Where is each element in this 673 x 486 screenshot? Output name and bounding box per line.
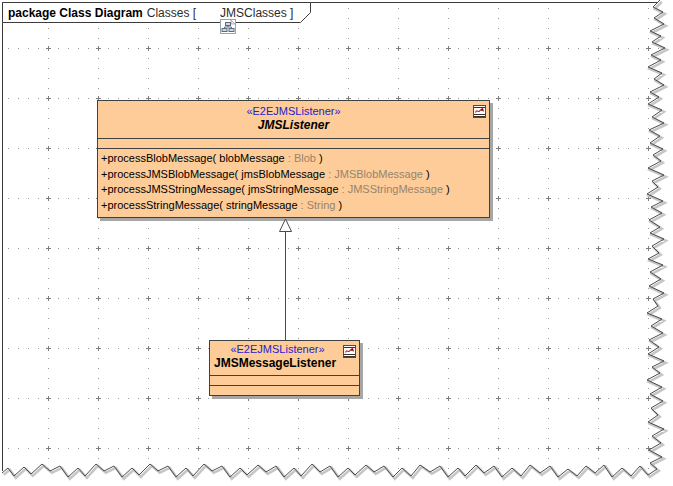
attributes-compartment [210, 375, 359, 385]
class-jmsmessagelistener[interactable]: «E2EJMSListener» JMSMessageListener [209, 340, 360, 396]
class-jmslistener[interactable]: «E2EJMSListener» JMSListener +processBlo… [97, 100, 490, 218]
e2e-stereotype-icon [343, 344, 356, 357]
hollow-triangle-arrowhead [280, 219, 292, 232]
attributes-compartment [98, 138, 489, 148]
stereotype-label: «E2EJMSListener» [98, 101, 489, 118]
operation: +processBlobMessage( blobMessage : Blob … [101, 151, 489, 167]
torn-edge [0, 0, 673, 486]
grid-dots [3, 3, 665, 480]
diagram-canvas: package Class Diagram Classes [ JMSClass… [0, 0, 673, 486]
class-diagram-icon [200, 5, 216, 20]
operation: +processStringMessage( stringMessage : S… [101, 198, 489, 214]
operations-compartment [210, 385, 359, 396]
operation: +processJMSStringMessage( jmsStringMessa… [101, 182, 489, 198]
frame-diagram-name: JMSClasses ] [220, 6, 293, 20]
class-name: JMSMessageListener [210, 356, 359, 371]
generalization-arrow[interactable] [0, 0, 673, 486]
operation: +processJMSBlobMessage( jmsBlobMessage :… [101, 167, 489, 183]
class-name: JMSListener [98, 118, 489, 133]
e2e-stereotype-icon [473, 104, 486, 117]
frame-context-label: Classes [ [147, 6, 196, 20]
package-frame-tab: package Class Diagram Classes [ JMSClass… [8, 5, 293, 20]
stereotype-label: «E2EJMSListener» [210, 341, 359, 356]
diagram-background [0, 0, 673, 486]
frame-kind-label: package Class Diagram [8, 6, 143, 20]
operations-compartment: +processBlobMessage( blobMessage : Blob … [98, 148, 489, 213]
